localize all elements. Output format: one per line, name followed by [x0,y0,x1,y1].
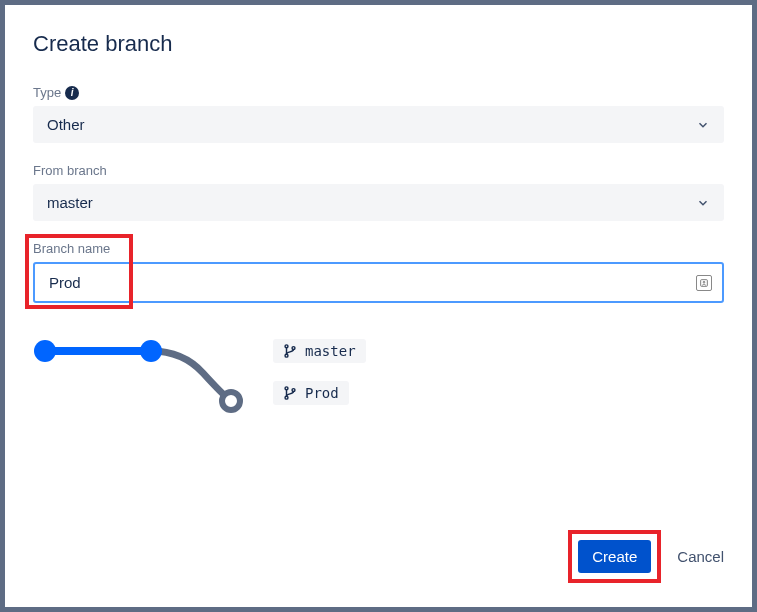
create-branch-modal: Create branch Type i Other From branch m… [5,5,752,607]
branch-name-label: Branch name [33,241,724,256]
svg-point-7 [285,354,288,357]
svg-point-3 [34,340,56,362]
target-branch-chip: Prod [273,381,349,405]
svg-point-4 [140,340,162,362]
from-branch-select-value: master [47,194,93,211]
svg-point-9 [285,387,288,390]
type-select-value: Other [47,116,85,133]
svg-point-10 [285,396,288,399]
type-label: Type i [33,85,724,100]
modal-title: Create branch [33,31,724,57]
branch-icon [283,386,297,400]
svg-point-11 [292,389,295,392]
from-branch-label: From branch [33,163,724,178]
svg-point-1 [703,281,705,283]
svg-point-6 [285,345,288,348]
info-icon[interactable]: i [65,86,79,100]
type-select[interactable]: Other [33,106,724,143]
chevron-down-icon [696,196,710,210]
modal-footer: Create Cancel [568,530,724,583]
create-button[interactable]: Create [578,540,651,573]
branch-graph [33,333,243,413]
svg-point-5 [222,392,240,410]
from-branch-select[interactable]: master [33,184,724,221]
branch-icon [283,344,297,358]
branch-name-input[interactable] [33,262,724,303]
source-branch-chip: master [273,339,366,363]
cancel-button[interactable]: Cancel [677,548,724,565]
contact-card-icon [696,275,712,291]
highlight-annotation: Create [568,530,661,583]
branch-visualization: master Prod [33,333,724,413]
chevron-down-icon [696,118,710,132]
svg-point-8 [292,347,295,350]
